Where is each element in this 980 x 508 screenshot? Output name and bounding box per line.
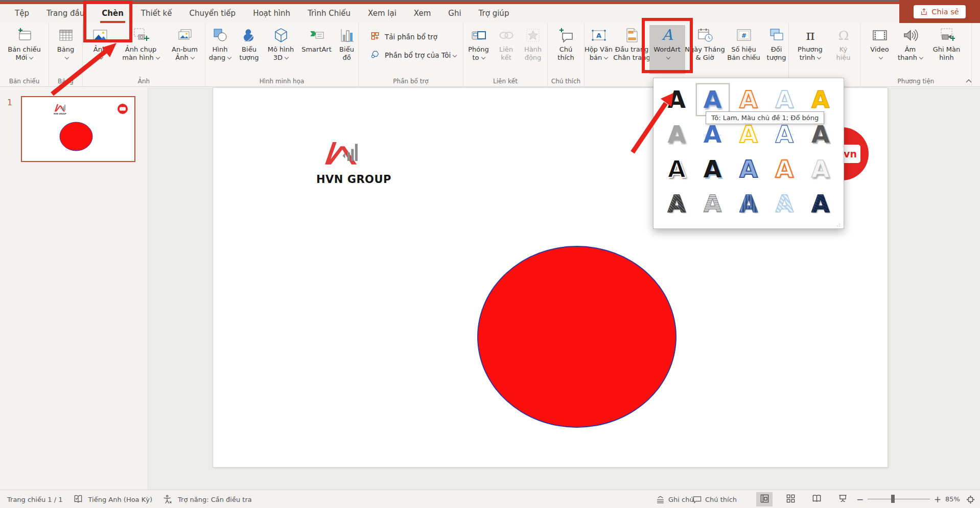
ribbon-group-buttons: ẢnhẢnh chụpmàn hìnhAn-bumẢnh bbox=[83, 23, 205, 74]
ribbon-button-comment[interactable]: Chúthích bbox=[550, 25, 582, 74]
ribbon-button-equation[interactable]: πPhươngtrình bbox=[791, 25, 829, 74]
ribbon-button-shapes[interactable]: Hìnhdạng bbox=[205, 25, 235, 74]
wordart-style-black-blue-shadow[interactable]: A bbox=[696, 153, 730, 186]
zoom-out-button[interactable]: − bbox=[856, 490, 864, 508]
zoom-slider-thumb[interactable] bbox=[891, 495, 895, 503]
slide-thumbnail[interactable]: HVN GROUP bbox=[21, 96, 135, 162]
wordart-dropdown: AAAAAAAAAAAAAAAAAAAA .: bbox=[653, 78, 844, 229]
wordart-style-blue-pattern-outline[interactable]: A bbox=[732, 153, 765, 186]
textbox-icon: A bbox=[590, 27, 608, 44]
ribbon-button-link[interactable]: Liênkết bbox=[494, 25, 519, 74]
picture-icon bbox=[91, 27, 109, 44]
wordart-style-pattern-dark-diagonal[interactable]: A bbox=[660, 188, 693, 220]
tab-tro-giup[interactable]: Trợ giúp bbox=[470, 4, 518, 23]
ribbon-button-header-footer[interactable]: Đầu trangChân trang bbox=[615, 25, 649, 74]
label-line: Ký bbox=[836, 45, 850, 54]
label-line: Biểu bbox=[339, 45, 354, 54]
zoom-slider[interactable] bbox=[868, 499, 930, 499]
ribbon-button-zoom[interactable]: Phóngto bbox=[464, 25, 494, 74]
ribbon-group-comments: ChúthíchChú thích bbox=[548, 23, 585, 86]
chevron-down-icon bbox=[666, 55, 670, 59]
wordart-style-fill-silver[interactable]: A bbox=[804, 153, 837, 186]
tab-xem-lai[interactable]: Xem lại bbox=[359, 4, 405, 23]
tab-xem[interactable]: Xem bbox=[405, 4, 439, 23]
chevron-down-icon bbox=[817, 55, 821, 59]
ribbon-button-wordart[interactable]: AWordArt bbox=[649, 25, 685, 74]
ribbon-button-object[interactable]: Đốitượng bbox=[763, 25, 790, 74]
ribbon-button-my-addins[interactable]: Phần bổ trợ của Tôi bbox=[370, 49, 456, 60]
ribbon-button-action[interactable]: Hànhđộng bbox=[519, 25, 547, 74]
svg-text:π: π bbox=[806, 28, 814, 43]
wordart-style-black-white-stroke-shadow[interactable]: A bbox=[660, 153, 693, 186]
wordart-letter: A bbox=[739, 192, 758, 216]
tab-thiet-ke[interactable]: Thiết kế bbox=[132, 4, 181, 23]
tab-ghi[interactable]: Ghi bbox=[439, 4, 470, 23]
ribbon-button-icons[interactable]: Biểutượng bbox=[235, 25, 264, 74]
ribbon-button-screenshot[interactable]: Ảnh chụpmàn hình bbox=[116, 25, 166, 74]
wordart-style-pattern-gray-horizontal[interactable]: A bbox=[696, 188, 730, 220]
wordart-style-pattern-lightblue-diagonal[interactable]: A bbox=[767, 188, 801, 220]
view-button-reading[interactable] bbox=[808, 492, 825, 506]
object-icon bbox=[768, 27, 785, 44]
ribbon-button-chart[interactable]: Biểuđồ bbox=[335, 25, 359, 74]
svg-text:A: A bbox=[596, 32, 601, 39]
zoom-in-button[interactable]: + bbox=[934, 490, 941, 508]
ribbon-button-label: Liênkết bbox=[499, 45, 513, 62]
view-button-slideshow[interactable] bbox=[834, 492, 851, 506]
ribbon-button-new-slide[interactable]: Bản chiếuMới bbox=[3, 25, 46, 74]
label-line: Tải phần bổ trợ bbox=[385, 33, 437, 41]
view-button-sorter[interactable] bbox=[782, 492, 799, 506]
comments-button[interactable]: Chú thích bbox=[692, 490, 737, 508]
wordart-letter: A bbox=[811, 88, 830, 111]
ribbon-button-album[interactable]: An-bumẢnh bbox=[166, 25, 204, 74]
wordart-style-outline-orange-bold[interactable]: A bbox=[767, 153, 801, 186]
collapse-ribbon-button[interactable] bbox=[965, 77, 973, 84]
ribbon-button-get-addins[interactable]: Tải phần bổ trợ bbox=[370, 30, 437, 41]
chevron-down-icon bbox=[99, 55, 103, 59]
ribbon-button-symbol[interactable]: ΩKýhiệu bbox=[829, 25, 858, 74]
notes-button[interactable]: Ghi chú bbox=[656, 490, 694, 508]
tab-trang-dau[interactable]: Trang đầu bbox=[38, 4, 93, 23]
wordart-style-pattern-navy[interactable]: A bbox=[804, 188, 837, 220]
ribbon-button-slide-number[interactable]: #Số hiệuBản chiếu bbox=[725, 25, 763, 74]
get-addins-icon bbox=[370, 30, 381, 41]
tab-chen[interactable]: Chèn bbox=[93, 4, 132, 23]
wordart-style-fill-gray-shadow[interactable]: A bbox=[660, 118, 693, 151]
ribbon-button-table[interactable]: Bảng bbox=[51, 25, 81, 74]
label-line: thích bbox=[557, 54, 574, 62]
view-button-normal[interactable] bbox=[756, 492, 773, 506]
tab-trinh-chieu[interactable]: Trình Chiếu bbox=[299, 4, 359, 23]
spellcheck-icon[interactable] bbox=[73, 494, 83, 504]
ribbon-button-3d-model[interactable]: Mô hình3D bbox=[264, 25, 298, 74]
ribbon-group-buttons: Bản chiếuMới bbox=[0, 23, 49, 74]
zoom-percent[interactable]: 85% bbox=[945, 490, 960, 508]
wordart-letter: A bbox=[704, 157, 722, 181]
ribbon-button-picture[interactable]: Ảnh bbox=[84, 25, 116, 74]
tab-hoat-hinh[interactable]: Hoạt hình bbox=[244, 4, 299, 23]
ribbon-group-buttons: AHộp VănbảnĐầu trangChân trangAWordArtNg… bbox=[585, 23, 788, 74]
accessibility-status[interactable]: Trợ năng: Cần điều tra bbox=[178, 496, 252, 503]
equation-icon: π bbox=[802, 27, 819, 44]
wordart-style-pattern-blue-check[interactable]: A bbox=[732, 188, 765, 220]
label-line bbox=[870, 54, 889, 62]
view-switcher bbox=[756, 490, 860, 508]
ribbon-button-audio[interactable]: Âmthanh bbox=[894, 25, 927, 74]
label-line: Mô hình bbox=[268, 45, 294, 54]
accessibility-icon[interactable] bbox=[162, 494, 173, 504]
wordart-style-fill-black[interactable]: A bbox=[660, 83, 693, 116]
fit-slide-button[interactable] bbox=[966, 490, 975, 508]
ribbon-button-screen-recording[interactable]: Ghi Mànhình bbox=[927, 25, 967, 74]
tab-chuyen-tiep[interactable]: Chuyển tiếp bbox=[180, 4, 244, 23]
label-line bbox=[57, 54, 74, 62]
tab-tep[interactable]: Tệp bbox=[6, 4, 38, 23]
language-indicator[interactable]: Tiếng Anh (Hoa Kỳ) bbox=[88, 496, 152, 503]
slide-counter[interactable]: Trang chiếu 1 / 1 bbox=[7, 496, 63, 503]
ribbon-button-datetime[interactable]: Ngày Tháng& Giờ bbox=[685, 25, 725, 74]
ribbon-button-textbox[interactable]: AHộp Vănbản bbox=[583, 25, 615, 74]
accent-strip bbox=[0, 2, 980, 4]
resize-grip-icon[interactable]: .: bbox=[836, 222, 841, 227]
ribbon-button-video[interactable]: Video bbox=[866, 25, 894, 74]
ribbon-button-smartart[interactable]: SmartArt bbox=[298, 25, 335, 74]
share-button[interactable]: Chia sẻ bbox=[914, 5, 965, 18]
red-ellipse-shape[interactable] bbox=[477, 246, 676, 428]
